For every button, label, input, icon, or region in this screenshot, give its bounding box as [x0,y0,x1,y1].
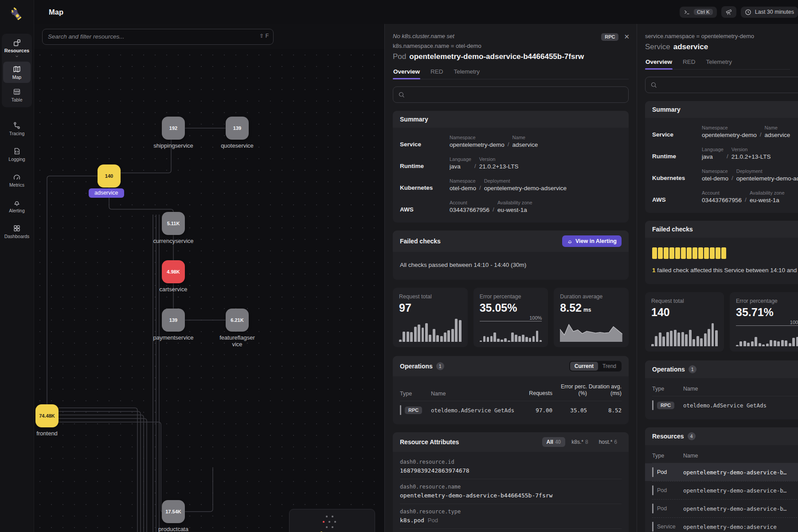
row-name: opentelemetry-demo-adservice-b… [683,505,791,512]
service-title: Serviceadservice [645,43,790,51]
map-node-currencyservice[interactable]: 5.11K [162,212,185,235]
pod-operations-count-badge: 1 [436,362,444,370]
type-badge: RPC [657,402,674,409]
sidebar-item-metrics[interactable]: Metrics [2,169,32,191]
pod-operations-table-header: TypeNameRequestsError perc. (%)Duration … [400,379,622,401]
failed-check-segment [664,247,669,259]
map-node-shippingservice[interactable]: 192 [162,117,185,140]
service-panel-search-input[interactable] [661,82,798,88]
failed-check-segment [710,247,715,259]
map-node-label-paymentservice: paymentservice [145,334,202,341]
summary-field-value: eu-west-1a [497,207,532,213]
chart-bar [532,336,535,342]
failed-check-segment [652,247,657,259]
row-type-cell: Pod [652,485,683,495]
column-header: Requests [791,452,798,459]
attribute-filter-host[interactable]: host.*6 [595,437,622,447]
chart-bar [781,340,784,346]
sidebar-item-table[interactable]: Table [3,84,31,106]
service-panel-tab-telemetry[interactable]: Telemetry [706,59,733,69]
pod-operations-row[interactable]: RPCoteldemo.AdService GetAds97.0035.058.… [400,401,622,419]
map-node-paymentservice[interactable]: 139 [162,309,185,332]
pod-metric-error-percentage: Error percentage35.05%100% [473,288,548,347]
pod-panel-tab-overview[interactable]: Overview [393,68,420,79]
chart-bar [422,328,424,342]
sidebar-item-alerting[interactable]: Alerting [2,195,32,216]
service-operations-table-header: TypeNameRequests [652,381,798,396]
service-resources-row[interactable]: Podopentelemetry-demo-adservice-b…97.00 [645,463,798,481]
bell-icon [567,239,573,244]
attribute-filter-k8s[interactable]: k8s.*8 [567,437,592,447]
sidebar-item-label: Map [12,74,21,80]
metric-reference-line: 100% [736,320,798,326]
pod-operations-toggle-current[interactable]: Current [570,362,598,371]
pod-panel-search-input[interactable] [408,91,623,98]
map-node-label-adservice[interactable]: adservice [89,188,124,198]
dash0-logo[interactable] [8,6,26,24]
service-resources-row[interactable]: Podopentelemetry-demo-adservice-b… [652,499,798,517]
column-header: Requests [518,390,552,397]
service-failed-checks-body: 1 failed check affected this Service bet… [645,238,798,284]
chart-bar [759,343,761,346]
summary-row-aws: AWSAccount034437667956/Availability zone… [652,186,798,207]
service-resources-row[interactable]: Podopentelemetry-demo-adservice-b…43.00 [652,481,798,499]
clock-icon [745,9,751,16]
service-resources-row[interactable]: Serviceopentelemetry-demo:adservice [652,517,798,532]
metrics-icon [13,173,21,181]
pod-panel-tab-telemetry[interactable]: Telemetry [454,68,481,79]
sidebar-item-label: Table [11,97,22,102]
row-metric-value: 97.00 [791,469,798,476]
chart-bar [685,334,688,346]
chart-bar [696,336,699,346]
map-icon [13,65,21,73]
chart-bar [670,331,673,346]
sidebar-item-logging[interactable]: Logging [2,144,32,165]
pod-operations-toggle-trend[interactable]: Trend [598,362,621,371]
service-resources-title: Resources [652,433,684,440]
summary-field: Languagejava [702,147,724,160]
failed-check-segments [652,240,798,261]
service-panel-tab-overview[interactable]: Overview [645,59,673,69]
map-node-featureflagservice[interactable]: 6.21K [226,309,249,332]
pod-panel-tab-red[interactable]: RED [430,68,444,79]
map-node-productcatalog[interactable]: 17.54K [162,500,185,523]
summary-field-key: Name [765,125,790,130]
sidebar-item-tracing[interactable]: Tracing [2,118,32,139]
chart-bar [762,344,765,346]
sidebar-item-resources[interactable]: Resources [3,35,31,60]
chart-bar [480,340,482,342]
map-node-cartservice[interactable]: 4.98K [162,260,185,283]
service-operations-row[interactable]: RPCoteldemo.AdService GetAds140.00 [652,396,798,414]
map-node-frontend[interactable]: 74.48K [35,404,59,427]
sidebar-item-label: Tracing [9,131,25,136]
command-palette-button[interactable]: Ctrl K [680,7,717,18]
chart-bar [515,335,517,342]
view-in-alerting-button[interactable]: View in Alerting [562,235,622,247]
service-resources-card: Resources4TypeNameRequestsPodopentelemet… [645,427,798,532]
close-icon[interactable]: ✕ [624,33,630,41]
field-separator: / [471,163,479,170]
summary-field-key: Namespace [702,125,757,130]
time-range-button[interactable]: Last 30 minutes [741,7,798,18]
search-icon [650,82,657,88]
failed-check-message: 1 failed check affected this Service bet… [652,261,798,279]
chart-bar [493,332,496,342]
metric-reference-line: 100% [480,315,542,321]
summary-field: Availability zoneeu-west-1a [750,190,785,203]
service-metric-error-percentage: Error percentage35.71%100% [730,292,798,352]
sidebar-item-map[interactable]: Map [3,62,31,83]
sidebar-item-dashboards[interactable]: Dashboards [2,221,32,242]
map-node-quoteservice[interactable]: 139 [226,117,249,140]
summary-field-key: Account [702,190,742,196]
chart-bar [410,332,413,342]
chevron-down-icon [15,54,19,59]
pod-header-actions: RPC✕ [601,33,630,41]
service-kind-label: Service [645,43,670,51]
chart-bar [522,335,524,342]
map-minimap[interactable] [289,509,375,532]
map-node-adservice[interactable]: 140 [98,164,121,188]
attribute-filter-All[interactable]: All40 [542,437,566,447]
summary-row-values: Namespaceotel-demo/Deploymentopentelemet… [702,168,798,182]
telescope-button[interactable] [721,6,736,18]
service-panel-tab-red[interactable]: RED [682,59,696,69]
